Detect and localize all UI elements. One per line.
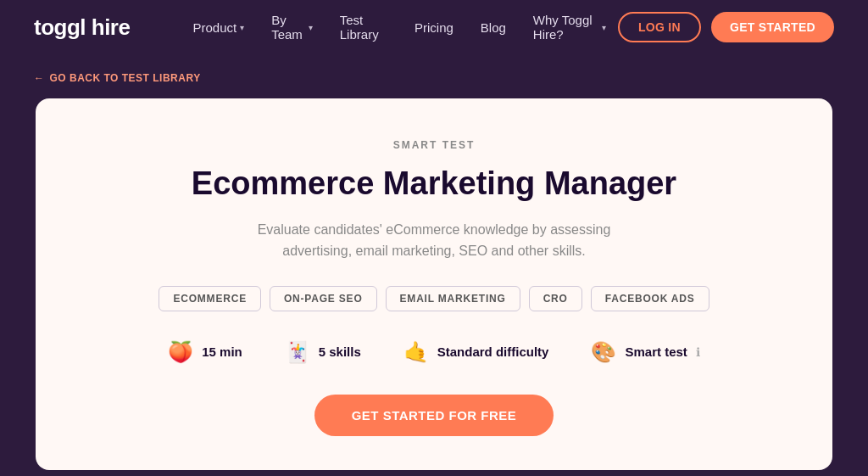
meta-skills: 🃏 5 skills [285,340,361,364]
nav-item-pricing[interactable]: Pricing [403,14,465,42]
logo[interactable]: toggl hire [34,14,130,41]
smart-test-icon: 🎨 [591,340,616,364]
nav-actions: LOG IN GET STARTED [618,12,834,42]
meta-duration: 🍑 15 min [168,340,242,364]
smart-test-label: SMART TEST [86,139,782,151]
nav-item-test-library[interactable]: Test Library [328,6,399,48]
chevron-down-icon: ▾ [240,23,244,32]
meta-smart-test: 🎨 Smart test ℹ [591,340,699,364]
duration-icon: 🍑 [168,340,193,364]
logo-suffix: hire [86,14,130,40]
main-card: SMART TEST Ecommerce Marketing Manager E… [36,98,832,470]
difficulty-icon: 🤙 [403,340,429,364]
tag-cro: CRO [529,286,582,311]
card-title: Ecommerce Marketing Manager [86,165,782,204]
nav-item-blog[interactable]: Blog [469,14,518,42]
arrow-left-icon: ← [34,72,45,84]
tag-email-marketing: EMAIL MARKETING [386,286,520,311]
skills-icon: 🃏 [285,340,310,364]
smart-test-value: Smart test [625,344,687,359]
nav-item-by-team[interactable]: By Team ▾ [259,6,325,48]
nav-item-product[interactable]: Product ▾ [181,14,256,42]
duration-value: 15 min [202,344,242,359]
back-to-library-link[interactable]: ← GO BACK TO TEST LIBRARY [34,72,201,84]
get-started-nav-button[interactable]: GET STARTED [711,12,834,42]
card-wrapper: SMART TEST Ecommerce Marketing Manager E… [0,85,868,470]
info-icon[interactable]: ℹ [696,345,700,359]
skills-value: 5 skills [319,344,361,359]
tag-on-page-seo: ON-PAGE SEO [270,286,377,311]
tag-facebook-ads: FACEBOOK ADS [591,286,709,311]
chevron-down-icon: ▾ [602,23,606,32]
chevron-down-icon: ▾ [309,23,313,32]
breadcrumb-label: GO BACK TO TEST LIBRARY [50,72,201,84]
card-description: Evaluate candidates' eCommerce knowledge… [222,219,646,262]
difficulty-value: Standard difficulty [437,344,549,359]
meta-row: 🍑 15 min 🃏 5 skills 🤙 Standard difficult… [86,340,782,364]
nav-item-why-toggl[interactable]: Why Toggl Hire? ▾ [521,6,618,48]
nav-links: Product ▾ By Team ▾ Test Library Pricing… [181,6,617,48]
meta-difficulty: 🤙 Standard difficulty [403,340,549,364]
navbar: toggl hire Product ▾ By Team ▾ Test Libr… [0,0,868,54]
logo-text: toggl hire [34,14,130,41]
back-link-container: ← GO BACK TO TEST LIBRARY [0,54,868,85]
tags-container: ECOMMERCE ON-PAGE SEO EMAIL MARKETING CR… [86,286,782,311]
get-started-cta-button[interactable]: GET STARTED FOR FREE [314,395,554,436]
tag-ecommerce: ECOMMERCE [159,286,261,311]
login-button[interactable]: LOG IN [618,12,701,42]
